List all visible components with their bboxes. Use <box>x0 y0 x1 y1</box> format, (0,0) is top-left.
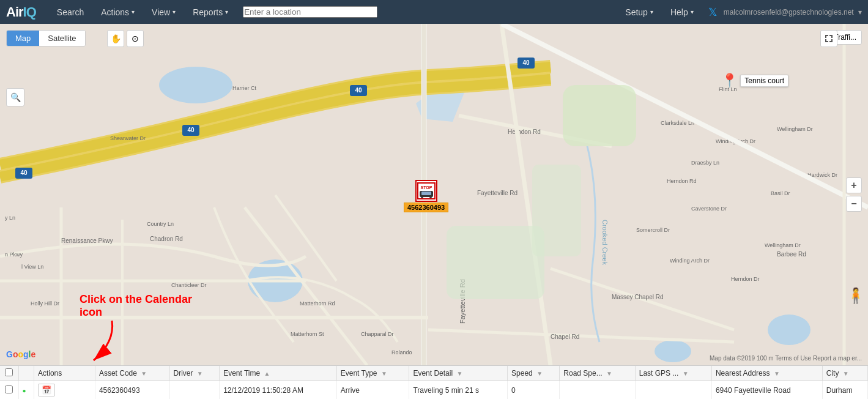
cursor-button[interactable]: ⊙ <box>127 30 144 47</box>
nav-setup-btn[interactable]: Setup ▾ <box>617 0 662 24</box>
search-icon[interactable]: 🔍 <box>6 88 24 106</box>
svg-text:Chadron Rd: Chadron Rd <box>150 236 183 242</box>
svg-text:Rolando: Rolando <box>391 349 412 355</box>
svg-text:l View Ln: l View Ln <box>21 264 43 270</box>
svg-rect-62 <box>563 85 636 146</box>
nearest-address-header: Nearest Address <box>716 369 770 378</box>
event-time-sort-icon: ▲ <box>264 370 270 377</box>
satellite-tab-button[interactable]: Satellite <box>39 31 84 46</box>
col-actions[interactable]: Actions <box>34 366 95 381</box>
event-type-header: Event Type <box>341 369 377 378</box>
zoom-out-button[interactable]: − <box>846 196 862 212</box>
svg-text:Herndon Rd: Herndon Rd <box>508 128 541 135</box>
svg-text:Somercroll Dr: Somercroll Dr <box>636 227 670 233</box>
col-last-gps[interactable]: Last GPS ... ▼ <box>635 366 711 381</box>
svg-text:Matterhorn St: Matterhorn St <box>291 331 324 337</box>
svg-text:Barbee Rd: Barbee Rd <box>777 251 806 258</box>
row-event-time: 12/12/2019 11:50:28 AM <box>220 381 337 400</box>
nav-view-btn[interactable]: View ▾ <box>143 0 184 24</box>
col-asset-code[interactable]: Asset Code ▼ <box>95 366 169 381</box>
tennis-court-marker[interactable]: 📍 Tennis court <box>721 73 788 89</box>
actions-label: Actions <box>101 7 129 17</box>
col-event-type[interactable]: Event Type ▼ <box>336 366 409 381</box>
svg-text:Clarksdale Ln: Clarksdale Ln <box>661 120 694 126</box>
svg-point-68 <box>421 196 423 198</box>
twitter-icon[interactable]: 𝕏 <box>708 6 718 19</box>
col-nearest-address[interactable]: Nearest Address ▼ <box>711 366 822 381</box>
row-speed: 0 <box>508 381 560 400</box>
tennis-label: Tennis court <box>740 75 788 87</box>
location-search-input[interactable] <box>243 6 377 18</box>
table-wrapper: Actions Asset Code ▼ Driver ▼ Event Time… <box>0 366 868 402</box>
nav-actions-btn[interactable]: Actions ▾ <box>92 0 143 24</box>
map-satellite-toggle: Map Satellite <box>6 30 86 47</box>
zoom-controls: + − <box>846 177 862 212</box>
map-search-button[interactable]: 🔍 <box>6 88 24 106</box>
svg-point-1 <box>159 67 232 103</box>
navbar: AirIQ Search Actions ▾ View ▾ Reports ▾ … <box>0 0 868 24</box>
last-gps-sort-icon: ▼ <box>683 370 689 377</box>
col-city[interactable]: City ▼ <box>822 366 867 381</box>
view-arrow-icon: ▾ <box>172 9 176 15</box>
select-all-checkbox[interactable] <box>5 368 13 376</box>
svg-text:Caverstone Dr: Caverstone Dr <box>691 206 727 212</box>
data-table: Actions Asset Code ▼ Driver ▼ Event Time… <box>0 366 868 399</box>
vehicle-icon: STOP <box>415 180 437 202</box>
reports-label: Reports <box>193 7 223 17</box>
col-event-detail[interactable]: Event Detail ▼ <box>409 366 508 381</box>
city-sort-icon: ▼ <box>843 370 849 377</box>
col-speed[interactable]: Speed ▼ <box>508 366 560 381</box>
svg-rect-70 <box>421 192 431 195</box>
nav-help-btn[interactable]: Help ▾ <box>662 0 702 24</box>
row-event-detail: Traveling 5 min 21 s <box>409 381 508 400</box>
event-detail-sort-icon: ▼ <box>456 370 462 377</box>
map-container: 40 40 40 40 Fayetteville Rd Herndon Rd M… <box>0 24 868 365</box>
svg-text:y Ln: y Ln <box>5 215 15 221</box>
user-email[interactable]: malcolmrosenfeld@gpstechnologies.net ▾ <box>724 8 862 17</box>
row-driver <box>169 381 220 400</box>
svg-text:Herndon Rd: Herndon Rd <box>667 178 697 184</box>
col-checkbox[interactable] <box>0 366 18 381</box>
nav-reports-btn[interactable]: Reports ▾ <box>184 0 237 24</box>
row-checkbox[interactable] <box>5 385 13 393</box>
col-driver[interactable]: Driver ▼ <box>169 366 220 381</box>
svg-text:Massey Chapel Rd: Massey Chapel Rd <box>612 294 663 300</box>
event-type-sort-icon: ▼ <box>381 370 387 377</box>
col-event-time[interactable]: Event Time ▲ <box>220 366 337 381</box>
svg-point-3 <box>768 315 811 345</box>
speed-sort-icon: ▼ <box>536 370 543 377</box>
table-header-row: Actions Asset Code ▼ Driver ▼ Event Time… <box>0 366 868 381</box>
help-label: Help <box>670 7 688 17</box>
vehicle-marker[interactable]: STOP 4562360493 <box>404 180 448 212</box>
calendar-button[interactable]: 📅 <box>38 384 55 396</box>
search-label: Search <box>57 7 84 17</box>
map-tab-button[interactable]: Map <box>7 31 39 46</box>
svg-text:Wellingham Dr: Wellingham Dr <box>765 242 801 248</box>
svg-text:Draesby Ln: Draesby Ln <box>691 160 719 166</box>
help-arrow-icon: ▾ <box>691 9 694 15</box>
svg-text:Herndon Dr: Herndon Dr <box>731 276 760 282</box>
driver-sort-icon: ▼ <box>197 370 203 377</box>
svg-text:40: 40 <box>20 169 28 176</box>
driver-header: Driver <box>174 369 193 378</box>
svg-text:Matterhorn Rd: Matterhorn Rd <box>300 300 335 307</box>
row-last-gps <box>635 381 711 400</box>
zoom-in-button[interactable]: + <box>846 177 862 193</box>
svg-text:Crooked Creek: Crooked Creek <box>601 220 609 265</box>
actions-arrow-icon: ▾ <box>132 9 135 15</box>
actions-header: Actions <box>38 369 62 378</box>
view-label: View <box>152 7 170 17</box>
row-checkbox-cell[interactable] <box>0 381 18 400</box>
col-road-speed[interactable]: Road Spe... ▼ <box>560 366 635 381</box>
nav-search-btn[interactable]: Search <box>48 0 92 24</box>
city-header: City <box>826 369 839 378</box>
vehicle-id-label: 4562360493 <box>404 203 448 212</box>
brand-logo[interactable]: AirIQ <box>6 4 36 20</box>
table-row: ● 📅 4562360493 12/12/2019 11:50:28 AM Ar… <box>0 381 868 400</box>
pegman-icon[interactable]: 🧍 <box>847 287 865 304</box>
svg-text:Chanticleer Dr: Chanticleer Dr <box>171 282 207 288</box>
hand-cursor-button[interactable]: ✋ <box>107 30 124 47</box>
row-road-speed <box>560 381 635 400</box>
expand-button[interactable] <box>820 30 837 47</box>
row-nearest-address: 6940 Fayetteville Road <box>711 381 822 400</box>
